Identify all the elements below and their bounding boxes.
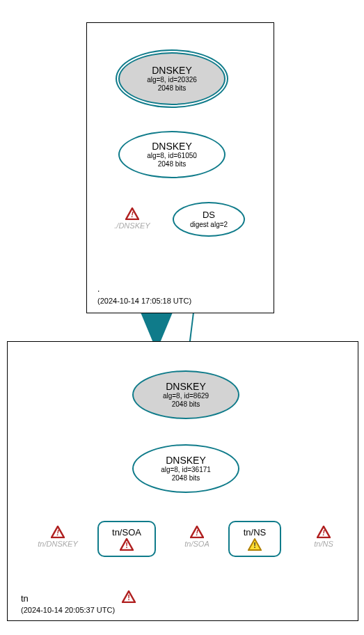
- warning-icon: !: [190, 526, 204, 538]
- node-root-ds: DS digest alg=2: [173, 202, 245, 237]
- warning-icon: !: [317, 526, 331, 538]
- node-title: DNSKEY: [166, 381, 206, 393]
- node-sub: alg=8, id=36171: [161, 466, 211, 474]
- node-root-ksk: DNSKEY alg=8, id=20326 2048 bits: [118, 52, 225, 105]
- warning-root-dnskey: ! ./DNSKEY: [104, 207, 160, 230]
- node-tn-ns: tn/NS !: [228, 521, 281, 557]
- node-sub: 2048 bits: [158, 84, 187, 93]
- svg-text:!: !: [127, 593, 130, 602]
- svg-text:!: !: [125, 541, 128, 549]
- svg-text:!: !: [322, 528, 325, 537]
- node-tn-soa: tn/SOA !: [97, 521, 156, 557]
- svg-text:!: !: [196, 528, 198, 537]
- node-title: DS: [203, 210, 215, 221]
- node-root-zsk: DNSKEY alg=8, id=61050 2048 bits: [118, 131, 225, 178]
- node-title: DNSKEY: [166, 455, 206, 467]
- warning-icon-yellow: !: [248, 538, 262, 551]
- warning-label: tn/SOA: [173, 540, 221, 548]
- warning-icon: !: [125, 207, 139, 220]
- node-title: DNSKEY: [152, 65, 192, 77]
- node-sub: alg=8, id=20326: [147, 76, 197, 84]
- node-sub: 2048 bits: [172, 400, 200, 409]
- node-title: tn/SOA: [112, 527, 141, 538]
- warning-tn-soa: ! tn/SOA: [173, 526, 221, 548]
- node-sub: digest alg=2: [190, 221, 228, 229]
- warning-tn-dnskey: ! tn/DNSKEY: [26, 526, 89, 548]
- diagram-canvas: . (2024-10-14 17:05:18 UTC) tn (2024-10-…: [0, 0, 364, 635]
- warning-tn-ns: ! tn/NS: [303, 526, 345, 548]
- svg-text:!: !: [131, 210, 134, 219]
- warning-label: ./DNSKEY: [104, 221, 160, 230]
- node-sub: alg=8, id=8629: [163, 392, 209, 400]
- node-tn-zsk: DNSKEY alg=8, id=36171 2048 bits: [132, 444, 239, 493]
- node-sub: alg=8, id=61050: [147, 152, 197, 160]
- svg-text:!: !: [56, 528, 59, 537]
- zone-time-root: (2024-10-14 17:05:18 UTC): [97, 297, 191, 305]
- warning-label: tn/NS: [303, 540, 345, 548]
- node-title: DNSKEY: [152, 141, 192, 152]
- zone-label-root: .: [97, 284, 100, 294]
- zone-label-tn: tn: [21, 593, 29, 604]
- node-sub: 2048 bits: [172, 474, 200, 483]
- warning-icon: !: [120, 538, 134, 551]
- node-tn-ksk: DNSKEY alg=8, id=8629 2048 bits: [132, 370, 239, 419]
- warning-icon: !: [51, 526, 65, 538]
- node-sub: 2048 bits: [158, 160, 187, 168]
- warning-icon-zone: !: [122, 590, 136, 603]
- zone-time-tn: (2024-10-14 20:05:37 UTC): [21, 606, 115, 614]
- warning-label: tn/DNSKEY: [26, 540, 89, 548]
- svg-text:!: !: [253, 541, 256, 549]
- node-title: tn/NS: [244, 527, 267, 538]
